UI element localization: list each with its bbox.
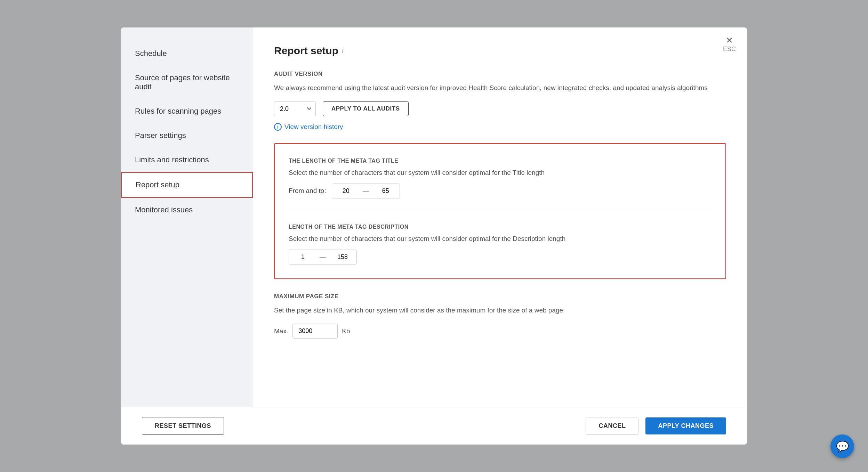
apply-all-audits-button[interactable]: APPLY TO ALL AUDITS (323, 101, 409, 116)
sidebar-item-parser-settings[interactable]: Parser settings (121, 123, 253, 148)
kb-label: Kb (342, 327, 350, 335)
reset-settings-button[interactable]: RESET SETTINGS (142, 417, 224, 435)
sidebar-item-schedule[interactable]: Schedule (121, 41, 253, 66)
version-row: 2.0 1.9 1.8 APPLY TO ALL AUDITS (274, 101, 726, 116)
sidebar-item-label: Source of pages for website audit (135, 73, 230, 91)
meta-description-to-input[interactable] (329, 250, 356, 264)
sidebar-item-label: Report setup (136, 180, 179, 189)
meta-title-to-input[interactable] (372, 184, 400, 198)
sidebar-item-label: Monitored issues (135, 205, 193, 214)
range-separator-2: — (317, 253, 329, 261)
sidebar-item-label: Limits and restrictions (135, 155, 209, 164)
main-content: Report setup i AUDIT VERSION We always r… (253, 27, 747, 407)
apply-changes-button[interactable]: APPLY CHANGES (645, 417, 726, 434)
version-select[interactable]: 2.0 1.9 1.8 (274, 101, 316, 116)
meta-description-description: Select the number of characters that our… (289, 235, 712, 243)
view-version-history-link[interactable]: i View version history (274, 123, 726, 131)
meta-title-from-input[interactable] (332, 184, 360, 198)
sidebar-item-label: Parser settings (135, 131, 186, 140)
meta-title-from-label: From and to: (289, 187, 326, 195)
max-page-size-label: MAXIMUM PAGE SIZE (274, 293, 726, 300)
page-title: Report setup i (274, 45, 726, 57)
meta-description-range-inputs: — (289, 250, 357, 265)
max-label: Max. (274, 327, 288, 335)
range-separator: — (360, 187, 372, 195)
close-button[interactable]: × ESC (723, 34, 736, 53)
sidebar-item-label: Schedule (135, 49, 167, 58)
sidebar-item-source-pages[interactable]: Source of pages for website audit (121, 66, 253, 99)
sidebar: Schedule Source of pages for website aud… (121, 27, 253, 407)
red-bordered-section: THE LENGTH OF THE META TAG TITLE Select … (274, 143, 726, 279)
max-page-size-input[interactable] (292, 324, 338, 339)
footer-right: CANCEL APPLY CHANGES (586, 417, 726, 435)
audit-version-description: We always recommend using the latest aud… (274, 83, 726, 93)
version-history-label: View version history (284, 123, 343, 131)
sidebar-item-report-setup[interactable]: Report setup (121, 172, 253, 198)
chat-icon: 💬 (836, 440, 849, 453)
meta-description-range-row: — (289, 250, 712, 265)
meta-title-description: Select the number of characters that our… (289, 169, 712, 177)
modal-overlay: × ESC Schedule Source of pages for websi… (0, 0, 868, 472)
sidebar-item-monitored-issues[interactable]: Monitored issues (121, 198, 253, 222)
meta-title-range-row: From and to: — (289, 184, 712, 198)
max-page-size-description: Set the page size in KB, which our syste… (274, 306, 726, 316)
meta-description-label: LENGTH OF THE META TAG DESCRIPTION (289, 224, 712, 230)
meta-description-from-input[interactable] (289, 250, 317, 264)
meta-title-label: THE LENGTH OF THE META TAG TITLE (289, 158, 712, 164)
modal-footer: RESET SETTINGS CANCEL APPLY CHANGES (121, 407, 747, 445)
chat-bubble-button[interactable]: 💬 (830, 434, 854, 458)
section-divider (289, 211, 712, 211)
close-icon: × (723, 34, 736, 46)
modal-body: Schedule Source of pages for website aud… (121, 27, 747, 407)
modal: × ESC Schedule Source of pages for websi… (121, 27, 747, 445)
audit-version-label: AUDIT VERSION (274, 71, 726, 78)
sidebar-item-rules-scanning[interactable]: Rules for scanning pages (121, 99, 253, 123)
sidebar-item-limits-restrictions[interactable]: Limits and restrictions (121, 148, 253, 172)
meta-title-range-inputs: — (332, 184, 400, 198)
cancel-button[interactable]: CANCEL (586, 417, 638, 435)
sidebar-item-label: Rules for scanning pages (135, 107, 221, 115)
max-size-row: Max. Kb (274, 324, 726, 339)
info-icon: i (274, 123, 282, 131)
close-label: ESC (723, 46, 736, 52)
page-title-info-icon: i (342, 46, 344, 55)
